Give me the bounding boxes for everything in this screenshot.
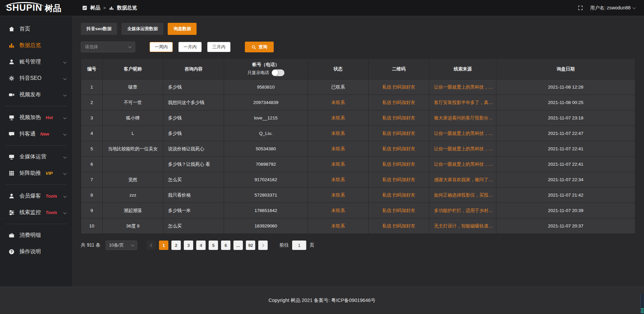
sidebar-item-omnimedia[interactable]: 全媒体运营 (0, 149, 72, 165)
sidebar-item-account-management[interactable]: 账号管理 (0, 54, 72, 70)
lead-source-link[interactable]: 让你一眼就爱上的黑科技，能... (429, 126, 496, 141)
page-button[interactable]: 92 (246, 241, 255, 250)
status-text: 未联系 (308, 218, 369, 234)
new-badge: New (40, 132, 49, 137)
page-size-select[interactable]: 10条/页 (106, 241, 137, 250)
qr-link[interactable]: 私信 扫码加好友 (369, 80, 429, 95)
cell-date: 2021-11-07 23:18 (496, 110, 635, 126)
col-header-status: 状态 (308, 59, 369, 80)
qr-link[interactable]: 私信 扫码加好友 (369, 172, 429, 188)
status-text: 未联系 (308, 110, 369, 126)
page-button[interactable]: 5 (209, 241, 218, 250)
table-body: 1 啵章 多少钱 9583810 已联系 私信 扫码加好友 让你一眼就爱上的黑科… (81, 80, 635, 234)
sidebar-divider (5, 106, 67, 106)
table-row: 2 不可一世 我想问这个多少钱 2097344839 未联系 私信 扫码加好友 … (81, 95, 635, 110)
goto-label: 前往 (279, 242, 289, 248)
cell-date: 2021-11-07 20:37 (496, 218, 635, 234)
sidebar-item-douyin-seo[interactable]: 抖音SEO (0, 70, 72, 87)
qr-link[interactable]: 私信 扫码加好友 (369, 110, 429, 126)
cell-id: 4 (81, 126, 103, 141)
user-menu[interactable]: 用户名: zswodun88 (590, 5, 635, 11)
query-button-label: 查询 (259, 44, 267, 50)
qr-link[interactable]: 私信 扫码加好友 (369, 157, 429, 172)
chevron-down-icon (63, 93, 67, 97)
account-select[interactable]: 请选择 (81, 42, 135, 52)
page-button[interactable]: 3 (184, 241, 193, 250)
cell-nickname: L (103, 126, 163, 141)
table-row: 5 当地比较能吃的一位美女 说说价格让我死心 50534380 未联系 私信 扫… (81, 141, 635, 157)
phone-only-toggle[interactable] (272, 69, 284, 76)
sidebar-item-member-baoke[interactable]: 会员爆客 Tools (0, 188, 72, 204)
qr-link[interactable]: 私信 扫码加好友 (369, 203, 429, 218)
sidebar-item-instructions[interactable]: ? 操作说明 (0, 244, 72, 260)
lead-source-link[interactable]: 客厅安装投影半年多了，真实... (429, 95, 496, 110)
period-button-month[interactable]: 一月内 (178, 42, 202, 52)
qr-link[interactable]: 私信 扫码加好友 (369, 126, 429, 141)
page-button[interactable]: 4 (196, 241, 206, 250)
chevron-left-icon (150, 244, 154, 247)
lead-source-link[interactable]: 让你一眼就爱上的黑科技，能... (429, 80, 496, 95)
page-button[interactable]: 1 (159, 241, 168, 250)
cell-account: 9583810 (224, 80, 308, 95)
period-button-quarter[interactable]: 三月内 (207, 42, 230, 52)
topbar: SHUPIN 树品 树品 > 数据总览 用户名: zswodun88 (0, 0, 644, 16)
tools-badge: Tools (46, 210, 57, 215)
lead-source-link[interactable]: 感谢大家喜欢我家，被问了好... (429, 172, 496, 188)
table-row: 8 zzz 我只看价格 572803371 未联系 私信 扫码加好友 如何正确选… (81, 188, 635, 203)
lead-source-link[interactable]: 让你一眼就爱上的黑科技，能... (429, 157, 496, 172)
status-text: 已联系 (308, 80, 369, 95)
page-button[interactable]: 6 (221, 241, 230, 250)
lead-source-link[interactable]: 被大家追着问的客厅投影分享... (429, 110, 496, 126)
cell-account: 70898792 (224, 157, 308, 172)
breadcrumb-page[interactable]: 数据总览 (117, 5, 137, 11)
cell-content: 我只看价格 (163, 188, 224, 203)
cell-nickname: 当地比较能吃的一位美女 (103, 141, 163, 157)
cell-date: 2021-11-07 22:41 (496, 141, 635, 157)
lead-source-link[interactable]: 多功能护栏灯，适用于乡村文... (429, 203, 496, 218)
chat-bubble-icon (8, 131, 15, 137)
sidebar-item-home[interactable]: 首页 (0, 21, 72, 37)
sidebar-item-label: 账号管理 (19, 58, 41, 65)
qr-link[interactable]: 私信 扫码加好友 (369, 141, 429, 157)
tab-inquiry-data[interactable]: 询盘数据 (168, 23, 197, 35)
phone-toggle-label: 只显示电话 (248, 70, 269, 76)
sidebar-item-spending-details[interactable]: 消费明细 (0, 227, 72, 244)
period-button-week[interactable]: 一周内 (150, 42, 173, 52)
qr-link[interactable]: 私信 扫码加好友 (369, 95, 429, 110)
page-button[interactable]: 2 (171, 241, 181, 250)
lead-source-link[interactable]: 无主灯设计，智能磁吸轨道灯... (429, 218, 496, 234)
table-row: 4 L 多少钱 Q_Liu. 未联系 私信 扫码加好友 让你一眼就爱上的黑科技，… (81, 126, 635, 141)
sidebar-item-douketong[interactable]: 抖客通 New (0, 126, 72, 142)
sidebar-item-video-heat[interactable]: 视频加热 Hot (0, 109, 72, 126)
col-header-nickname: 客户昵称 (103, 59, 163, 80)
qr-link[interactable]: 私信 扫码加好友 (369, 218, 429, 234)
qr-link[interactable]: 私信 扫码加好友 (369, 188, 429, 203)
cell-id: 8 (81, 188, 103, 203)
tab-douyin-seo-data[interactable]: 抖音seo数据 (81, 23, 117, 35)
status-text: 未联系 (308, 95, 369, 110)
lead-source-link[interactable]: 如何正确选择投影仪，买投影... (429, 188, 496, 203)
sidebar-item-lead-monitor[interactable]: 线索监控 Tools (0, 204, 72, 221)
chevron-down-icon (63, 77, 67, 80)
bar-chart-icon (8, 42, 15, 49)
footer: Copyright 树品 2021 备案号: 粤ICP备09019646号 (0, 286, 644, 314)
sidebar-item-data-overview[interactable]: 数据总览 (0, 37, 72, 54)
query-button[interactable]: 查询 (245, 42, 274, 52)
cell-id: 3 (81, 110, 103, 126)
breadcrumb-app[interactable]: 树品 (90, 5, 100, 11)
next-page-button[interactable] (258, 241, 268, 250)
prev-page-button[interactable] (147, 241, 156, 250)
copyright-text: Copyright 树品 2021 备案号: 粤ICP备09019646号 (268, 297, 375, 304)
fullscreen-icon[interactable] (578, 5, 583, 11)
lead-source-link[interactable]: 让你一眼就爱上的黑科技，能... (429, 141, 496, 157)
chevron-down-icon (63, 133, 67, 136)
goto-page-input[interactable] (292, 241, 306, 250)
sidebar-item-matrix-boost[interactable]: 矩阵助推 VIP (0, 165, 72, 181)
sidebar-item-label: 首页 (19, 25, 30, 33)
tab-omnimedia-data[interactable]: 全媒体运营数据 (121, 23, 163, 35)
page-ellipsis-button[interactable]: ... (233, 241, 243, 250)
cell-content: 怎么买 (163, 172, 224, 188)
screen-icon (8, 114, 15, 121)
sidebar-item-video-publish[interactable]: 视频发布 (0, 87, 72, 103)
cell-content: 说说价格让我死心 (163, 141, 224, 157)
